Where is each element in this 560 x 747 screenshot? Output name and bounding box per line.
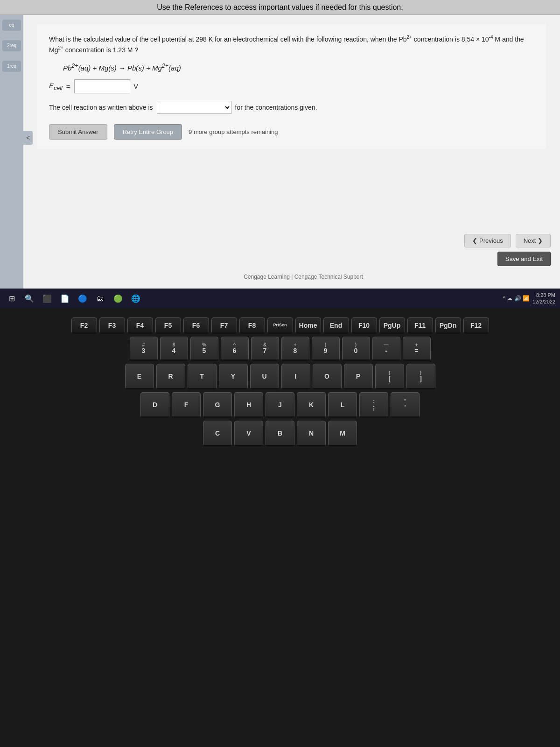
taskbar-right: ^ ☁ 🔊 📶 8:28 PM 12/2/2022 <box>503 292 555 305</box>
key-j[interactable]: J <box>266 392 294 418</box>
key-u[interactable]: U <box>250 364 279 389</box>
key-8[interactable]: +8 <box>281 337 309 361</box>
reaction-select[interactable]: spontaneous nonspontaneous at equilibriu… <box>157 101 231 114</box>
key-l[interactable]: L <box>328 392 357 418</box>
ecell-label: Ecell <box>49 82 63 92</box>
save-exit-button[interactable]: Save and Exit <box>497 252 551 266</box>
chemical-equation: Pb2+(aq) + Mg(s) → Pb(s) + Mg2+(aq) <box>49 63 534 72</box>
zxcv-key-row: C V B N M <box>9 421 551 446</box>
key-r[interactable]: R <box>156 364 185 389</box>
footer-text: Cengage Learning | Cengage Technical Sup… <box>244 274 363 280</box>
key-7[interactable]: &7 <box>251 337 279 361</box>
references-text: Use the References to access important v… <box>157 3 403 12</box>
key-0[interactable]: )0 <box>342 337 370 361</box>
key-f2[interactable]: F2 <box>71 317 97 334</box>
key-lbracket[interactable]: {[ <box>375 364 404 389</box>
key-f6[interactable]: F6 <box>183 317 209 334</box>
key-f5[interactable]: F5 <box>155 317 181 334</box>
key-pgup[interactable]: PgUp <box>379 317 405 334</box>
folder-icon[interactable]: 🗂 <box>93 291 107 305</box>
key-o[interactable]: O <box>313 364 342 389</box>
key-b[interactable]: B <box>266 421 294 446</box>
next-button[interactable]: Next ❯ <box>516 234 551 247</box>
key-n[interactable]: N <box>297 421 326 446</box>
taskbar-left: ⊞ 🔍 ⬛ 📄 🔵 🗂 🟢 🌐 <box>5 291 143 305</box>
num-key-row: #3 $4 %5 ^6 &7 +8 (9 )0 —- += <box>9 337 551 361</box>
pb-superscript: 2+ <box>407 35 412 40</box>
ecell-unit: V <box>134 83 138 90</box>
keyboard: F2 F3 F4 F5 F6 F7 F8 PrtScn Home End F10… <box>9 317 551 446</box>
key-v[interactable]: V <box>234 421 263 446</box>
file-icon[interactable]: 📄 <box>58 291 72 305</box>
browser-window: Use the References to access important v… <box>0 0 560 289</box>
key-rbracket[interactable]: }] <box>406 364 435 389</box>
key-prtscn[interactable]: PrtScn <box>267 317 293 334</box>
key-semicolon[interactable]: :; <box>359 392 388 418</box>
key-f3[interactable]: F3 <box>99 317 125 334</box>
key-home[interactable]: Home <box>295 317 321 334</box>
asdf-key-row: D F G H J K L :; "' <box>9 392 551 418</box>
ecell-equals: = <box>66 83 70 91</box>
attempts-text: 9 more group attempts remaining <box>189 128 278 135</box>
ecell-subscript: cell <box>54 85 63 92</box>
key-f11[interactable]: F11 <box>407 317 433 334</box>
top-bar: Use the References to access important v… <box>0 0 560 15</box>
sidebar-item-1req[interactable]: 1req <box>2 61 21 72</box>
browser-icon[interactable]: 🔵 <box>76 291 90 305</box>
key-quote[interactable]: "' <box>391 392 420 418</box>
sidebar-item-2req[interactable]: 2req <box>2 40 21 51</box>
key-4[interactable]: $4 <box>160 337 188 361</box>
key-m[interactable]: M <box>328 421 357 446</box>
search-icon[interactable]: 🔍 <box>22 291 36 305</box>
sidebar-item-eq[interactable]: eq <box>2 20 21 31</box>
key-i[interactable]: I <box>281 364 310 389</box>
ecell-input[interactable] <box>74 79 130 93</box>
taskbar-clock: 8:28 PM 12/2/2022 <box>532 292 555 305</box>
key-f4[interactable]: F4 <box>127 317 153 334</box>
key-p[interactable]: P <box>344 364 373 389</box>
buttons-row: Submit Answer Retry Entire Group 9 more … <box>49 124 534 140</box>
key-f10[interactable]: F10 <box>351 317 377 334</box>
web-icon[interactable]: 🌐 <box>129 291 143 305</box>
key-h[interactable]: H <box>234 392 263 418</box>
key-f12[interactable]: F12 <box>463 317 489 334</box>
key-d[interactable]: D <box>140 392 169 418</box>
keyboard-area: F2 F3 F4 F5 F6 F7 F8 PrtScn Home End F10… <box>0 308 560 747</box>
key-e[interactable]: E <box>125 364 154 389</box>
question-text: What is the calculated value of the cell… <box>49 34 534 55</box>
key-c[interactable]: C <box>203 421 232 446</box>
key-k[interactable]: K <box>297 392 326 418</box>
key-end[interactable]: End <box>323 317 349 334</box>
main-area: What is the calculated value of the cell… <box>23 15 560 289</box>
taskbar-icons-right: ^ ☁ 🔊 📶 <box>503 295 530 302</box>
taskbar-date-display: 12/2/2022 <box>532 298 555 305</box>
sidebar: eq 2req 1req <box>0 15 23 289</box>
key-y[interactable]: Y <box>219 364 248 389</box>
windows-icon[interactable]: ⊞ <box>5 291 19 305</box>
key-f[interactable]: F <box>172 392 201 418</box>
key-5[interactable]: %5 <box>190 337 218 361</box>
taskbar-time-display: 8:28 PM <box>532 292 555 298</box>
key-t[interactable]: T <box>188 364 217 389</box>
submit-button[interactable]: Submit Answer <box>49 124 107 140</box>
fn-key-row: F2 F3 F4 F5 F6 F7 F8 PrtScn Home End F10… <box>9 317 551 334</box>
nav-buttons: ❮ Previous Next ❯ <box>464 234 551 247</box>
key-minus[interactable]: —- <box>372 337 400 361</box>
key-6[interactable]: ^6 <box>221 337 249 361</box>
key-9[interactable]: (9 <box>312 337 340 361</box>
app-icon[interactable]: 🟢 <box>111 291 125 305</box>
question-container: What is the calculated value of the cell… <box>37 24 546 149</box>
key-equals[interactable]: += <box>403 337 431 361</box>
sidebar-chevron[interactable]: < <box>23 131 33 145</box>
key-pgdn[interactable]: PgDn <box>435 317 461 334</box>
mg-superscript: 2+ <box>58 45 63 50</box>
taskview-icon[interactable]: ⬛ <box>40 291 54 305</box>
qwerty-key-row: E R T Y U I O P {[ }] <box>9 364 551 389</box>
cell-reaction-prefix: The cell reaction as written above is <box>49 104 153 111</box>
retry-button[interactable]: Retry Entire Group <box>114 124 182 140</box>
key-g[interactable]: G <box>203 392 232 418</box>
previous-button[interactable]: ❮ Previous <box>464 234 511 247</box>
key-3[interactable]: #3 <box>130 337 158 361</box>
key-f8[interactable]: F8 <box>239 317 265 334</box>
key-f7[interactable]: F7 <box>211 317 237 334</box>
